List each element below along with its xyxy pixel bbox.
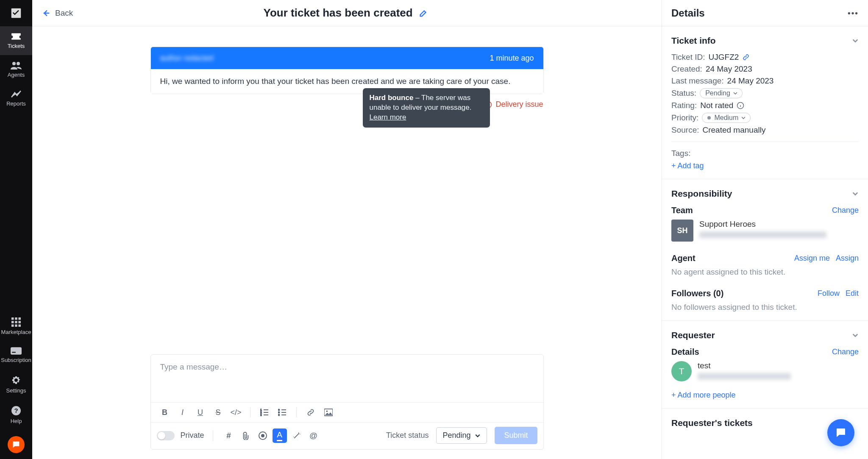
nav-agents[interactable]: Agents [0, 55, 32, 84]
team-label: Team [671, 206, 693, 215]
ticket-topbar: Back Your ticket has been created [32, 0, 662, 26]
mention-button[interactable]: @ [306, 428, 321, 443]
more-actions-button[interactable]: ••• [848, 8, 859, 18]
requester-tickets-title: Requester's tickets [671, 418, 753, 428]
arrow-left-icon [42, 8, 51, 18]
submit-button[interactable]: Submit [495, 427, 537, 444]
requester-section: Requester Details Change T test + Add mo… [662, 321, 868, 409]
bold-button[interactable]: B [157, 405, 173, 420]
svg-point-21 [278, 414, 279, 416]
record-button[interactable] [256, 428, 270, 443]
ticket-info-title: Ticket info [671, 36, 716, 46]
no-followers-text: No followers assigned to this ticket. [671, 303, 859, 312]
team-change-link[interactable]: Change [832, 206, 859, 215]
ticket-status-select[interactable]: Pending [436, 427, 487, 444]
svg-point-1 [17, 62, 20, 65]
svg-text:3: 3 [260, 414, 262, 416]
tooltip-learn-more-link[interactable]: Learn more [370, 113, 406, 121]
add-tag-link[interactable]: + Add tag [671, 161, 859, 170]
details-heading: Details [671, 7, 705, 19]
requester-change-link[interactable]: Change [832, 348, 859, 356]
section-collapse-icon[interactable] [852, 37, 859, 44]
copy-link-icon[interactable] [742, 53, 750, 61]
private-label: Private [181, 431, 204, 440]
private-toggle[interactable] [157, 431, 175, 440]
unordered-list-button[interactable] [274, 405, 290, 420]
composer-action-bar: Private # A @ Ticket status Pending Subm… [151, 422, 543, 449]
svg-rect-6 [15, 321, 17, 323]
responsibility-title: Responsibility [671, 189, 732, 199]
svg-rect-10 [19, 325, 21, 327]
section-collapse-icon[interactable] [852, 190, 859, 197]
created-value: 24 May 2023 [706, 64, 752, 74]
last-message-label: Last message: [671, 76, 724, 86]
italic-button[interactable]: I [175, 405, 191, 420]
nav-chat-button[interactable] [8, 436, 25, 453]
assign-link[interactable]: Assign [836, 254, 859, 263]
requester-email-redacted [698, 373, 791, 380]
tags-label: Tags: [671, 149, 690, 158]
link-button[interactable] [303, 405, 319, 420]
svg-rect-11 [11, 347, 22, 354]
nav-settings[interactable]: Settings [0, 369, 32, 400]
page-title: Your ticket has been created [73, 6, 618, 19]
ticket-id-label: Ticket ID: [671, 53, 705, 62]
svg-rect-4 [19, 317, 21, 320]
nav-reports[interactable]: Reports [0, 84, 32, 113]
ordered-list-button[interactable]: 123 [256, 405, 273, 420]
created-label: Created: [671, 64, 702, 74]
priority-pill[interactable]: Medium [702, 113, 751, 123]
message-author: author redacted [160, 54, 214, 63]
agent-label: Agent [671, 253, 696, 263]
nav-agents-label: Agents [8, 72, 25, 78]
nav-subscription-label: Subscription [1, 357, 31, 363]
svg-rect-2 [11, 317, 14, 320]
message-input[interactable]: Type a message… [151, 355, 543, 402]
canned-response-button[interactable]: # [222, 428, 236, 443]
edit-title-icon[interactable] [419, 8, 428, 18]
assign-me-link[interactable]: Assign me [794, 254, 830, 263]
requester-details-label: Details [671, 347, 699, 357]
section-collapse-icon[interactable] [852, 332, 859, 339]
info-icon[interactable] [737, 102, 744, 109]
nav-help[interactable]: ? Help [0, 400, 32, 430]
svg-rect-7 [19, 321, 21, 323]
svg-point-25 [261, 434, 264, 437]
team-email-redacted [699, 231, 826, 238]
svg-rect-12 [12, 352, 16, 353]
reply-composer: Type a message… B I U S </> 123 Private … [150, 354, 544, 450]
svg-rect-5 [11, 321, 14, 323]
add-more-people-link[interactable]: + Add more people [671, 391, 859, 400]
svg-point-0 [12, 62, 16, 65]
source-label: Source: [671, 125, 699, 135]
followers-label: Followers (0) [671, 289, 723, 298]
ticket-id-value: UJGFZ2 [709, 53, 739, 62]
svg-rect-9 [15, 325, 17, 327]
underline-button[interactable]: U [192, 405, 209, 420]
nav-marketplace[interactable]: Marketplace [0, 312, 32, 341]
follow-link[interactable]: Follow [818, 289, 840, 298]
svg-point-23 [326, 410, 328, 412]
nav-marketplace-label: Marketplace [1, 329, 31, 335]
last-message-value: 24 May 2023 [727, 76, 774, 86]
image-button[interactable] [320, 405, 337, 420]
text-color-button[interactable]: A [273, 428, 287, 443]
priority-label: Priority: [671, 113, 698, 122]
strikethrough-button[interactable]: S [210, 405, 226, 420]
nav-tickets[interactable]: Tickets [0, 26, 32, 55]
nav-subscription[interactable]: Subscription [0, 341, 32, 369]
status-pill[interactable]: Pending [700, 88, 743, 98]
svg-point-19 [278, 409, 279, 411]
back-button[interactable]: Back [42, 8, 73, 18]
svg-rect-3 [15, 317, 17, 320]
edit-followers-link[interactable]: Edit [846, 289, 859, 298]
magic-wand-button[interactable] [289, 428, 304, 443]
nav-tickets-label: Tickets [8, 43, 25, 49]
app-logo[interactable] [0, 0, 32, 26]
chat-fab[interactable] [827, 419, 854, 446]
attachment-button[interactable] [239, 428, 253, 443]
chevron-down-icon [475, 433, 481, 439]
nav-settings-label: Settings [6, 387, 26, 394]
nav-reports-label: Reports [6, 100, 26, 107]
code-button[interactable]: </> [228, 405, 244, 420]
